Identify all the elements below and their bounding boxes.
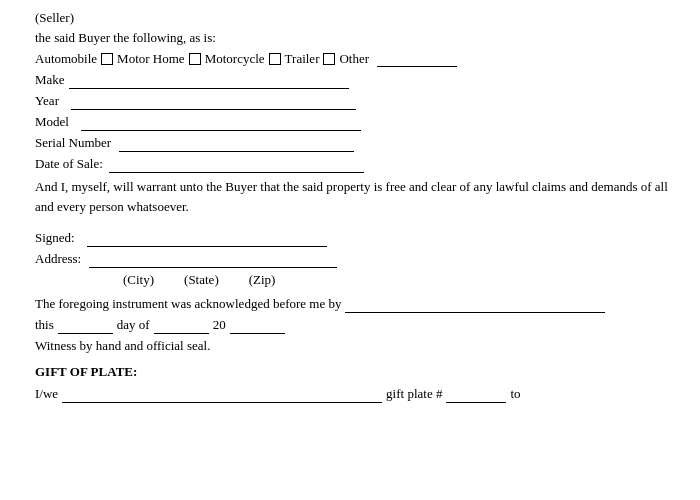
this-text: this — [35, 317, 54, 333]
automobile-label: Automobile — [35, 51, 97, 67]
trailer-label: Trailer — [285, 51, 320, 67]
day-text: day of — [117, 317, 150, 333]
date-of-sale-row: Date of Sale: — [35, 156, 680, 173]
year-text: 20 — [213, 317, 226, 333]
serial-number-row: Serial Number — [35, 135, 680, 152]
city-label: (City) — [123, 272, 154, 288]
automobile-checkbox[interactable] — [101, 53, 113, 65]
signed-section: Signed: Address: (City) (State) (Zip) — [35, 230, 680, 288]
trailer-checkbox[interactable] — [323, 53, 335, 65]
city-state-zip-row: (City) (State) (Zip) — [123, 272, 680, 288]
state-label: (State) — [184, 272, 219, 288]
gift-plate-text: gift plate # — [386, 386, 442, 402]
iwe-text: I/we — [35, 386, 58, 402]
acknowledged-text: The foregoing instrument was acknowledge… — [35, 296, 341, 312]
zip-label: (Zip) — [249, 272, 276, 288]
gift-title: GIFT OF PLATE: — [35, 364, 680, 380]
to-text: to — [510, 386, 520, 402]
signed-row: Signed: — [35, 230, 680, 247]
trailer-checkbox-before[interactable] — [269, 53, 281, 65]
acknowledged-row: The foregoing instrument was acknowledge… — [35, 296, 680, 313]
this-day-row: this day of 20 — [35, 317, 680, 334]
intro-text: the said Buyer the following, as is: — [35, 30, 216, 45]
warranty-paragraph: And I, myself, will warrant unto the Buy… — [35, 177, 680, 216]
year-row: Year — [35, 93, 680, 110]
make-row: Make — [35, 72, 680, 89]
seller-label: (Seller) — [35, 10, 74, 25]
date-of-sale-label: Date of Sale: — [35, 156, 103, 172]
motorcycle-label: Motorcycle — [205, 51, 265, 67]
witness-row: Witness by hand and official seal. — [35, 338, 680, 354]
gift-section: GIFT OF PLATE: I/we gift plate # to — [35, 364, 680, 403]
model-row: Model — [35, 114, 680, 131]
other-label: Other — [339, 51, 369, 67]
signed-label: Signed: — [35, 230, 75, 246]
address-row: Address: — [35, 251, 680, 268]
address-label: Address: — [35, 251, 81, 267]
serial-number-label: Serial Number — [35, 135, 111, 151]
motor-home-label: Motor Home — [117, 51, 185, 67]
vehicle-type-row: Automobile Motor Home Motorcycle Trailer… — [35, 50, 680, 67]
warranty-text: And I, myself, will warrant unto the Buy… — [35, 179, 668, 214]
model-label: Model — [35, 114, 69, 130]
year-label: Year — [35, 93, 59, 109]
motor-home-checkbox[interactable] — [189, 53, 201, 65]
make-label: Make — [35, 72, 65, 88]
iwe-row: I/we gift plate # to — [35, 386, 680, 403]
witness-text: Witness by hand and official seal. — [35, 338, 210, 353]
